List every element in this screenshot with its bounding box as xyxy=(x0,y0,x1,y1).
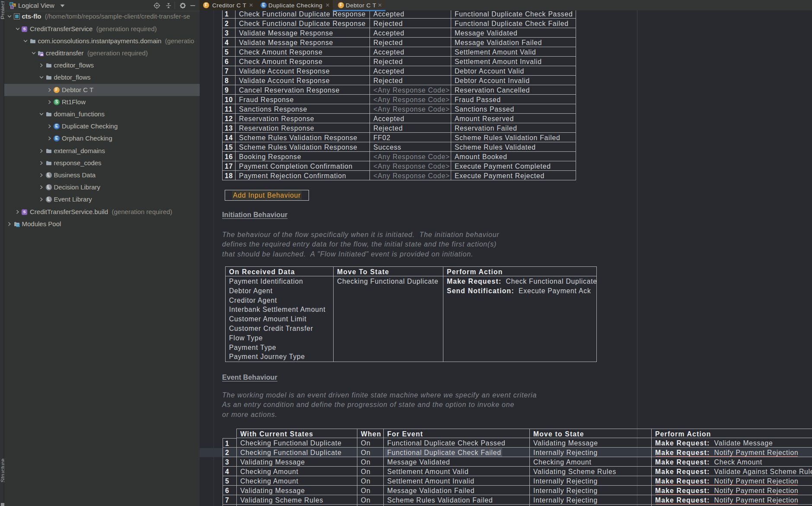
svg-text:M: M xyxy=(40,53,43,56)
svg-text:D: D xyxy=(10,3,13,6)
svg-text:S: S xyxy=(11,6,13,9)
